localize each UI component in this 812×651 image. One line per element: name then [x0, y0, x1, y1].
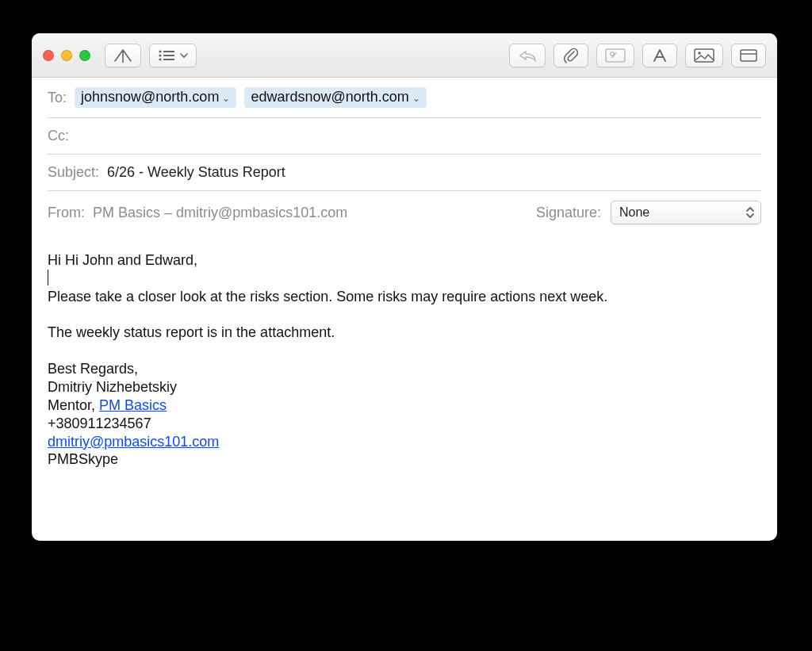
from-value: PM Basics – dmitriy@pmbasics101.com [93, 205, 347, 221]
text-cursor-line [48, 270, 761, 288]
send-icon [113, 48, 132, 63]
list-icon [158, 49, 177, 62]
svg-point-7 [611, 52, 614, 55]
svg-rect-1 [163, 51, 174, 52]
cc-row[interactable]: Cc: [48, 118, 761, 155]
format-text-icon [651, 48, 668, 63]
signature-role-line: Mentor, PM Basics [48, 396, 761, 415]
subject-label: Subject: [48, 164, 99, 181]
signature-regards: Best Regards, [48, 360, 761, 378]
to-row[interactable]: To: johnsnow@north.com ⌄ edwardsnow@nort… [48, 78, 761, 118]
markup-button[interactable] [596, 44, 634, 67]
chevron-down-icon: ⌄ [222, 93, 230, 104]
signature-select[interactable]: None [611, 201, 761, 224]
svg-rect-8 [695, 49, 714, 62]
media-browser-icon [694, 48, 714, 63]
subject-row[interactable]: Subject: 6/26 - Weekly Status Report [48, 155, 761, 191]
header-fields: To: johnsnow@north.com ⌄ edwardsnow@nort… [32, 78, 777, 237]
recipient-chip[interactable]: johnsnow@north.com ⌄ [75, 87, 236, 108]
reply-button[interactable] [509, 44, 546, 67]
to-label: To: [48, 90, 67, 106]
signature-name: Dmitriy Nizhebetskiy [48, 378, 761, 396]
chevron-down-icon [180, 52, 188, 59]
svg-rect-5 [163, 59, 174, 60]
svg-point-0 [159, 50, 161, 52]
stepper-icon [745, 205, 756, 220]
from-row: From: PM Basics – dmitriy@pmbasics101.co… [48, 191, 761, 237]
recipient-chip[interactable]: edwardsnow@north.com ⌄ [244, 87, 426, 108]
blank-line [48, 342, 761, 360]
header-fields-button[interactable] [149, 44, 197, 67]
from-label: From: [48, 205, 85, 221]
svg-rect-10 [741, 50, 756, 61]
cc-label: Cc: [48, 128, 69, 144]
signature-skype: PMBSkype [48, 450, 761, 469]
message-body[interactable]: Hi Hi John and Edward, Please take a clo… [32, 237, 777, 541]
signature-label: Signature: [536, 205, 601, 221]
signature-email-link[interactable]: dmitriy@pmbasics101.com [48, 434, 219, 450]
svg-rect-6 [606, 49, 625, 62]
svg-point-2 [159, 54, 161, 56]
send-button[interactable] [105, 44, 141, 67]
recipient-email: edwardsnow@north.com [251, 89, 408, 105]
signature-value: None [619, 205, 649, 220]
attach-button[interactable] [553, 44, 588, 67]
paperclip-icon [564, 48, 578, 63]
signature-email-line: dmitriy@pmbasics101.com [48, 433, 761, 451]
media-browser-button[interactable] [685, 44, 723, 67]
format-button[interactable] [642, 44, 677, 67]
signature-phone: +380911234567 [48, 415, 761, 433]
svg-rect-3 [163, 55, 174, 56]
body-line: Please take a closer look at the risks s… [48, 288, 761, 306]
body-line: The weekly status report is in the attac… [48, 324, 761, 342]
close-window-button[interactable] [43, 50, 54, 61]
traffic-lights [43, 50, 90, 61]
toggle-fields-icon [740, 49, 757, 62]
toggle-sidebar-button[interactable] [731, 44, 766, 67]
svg-point-9 [698, 52, 701, 55]
blank-line [48, 306, 761, 324]
minimize-window-button[interactable] [61, 50, 72, 61]
recipient-email: johnsnow@north.com [81, 89, 219, 105]
inline-image-icon [605, 48, 626, 63]
chevron-down-icon: ⌄ [412, 93, 420, 104]
text-cursor [48, 270, 48, 285]
signature-company-link[interactable]: PM Basics [99, 397, 167, 413]
signature-role-prefix: Mentor, [48, 397, 99, 413]
reply-icon [518, 49, 537, 62]
zoom-window-button[interactable] [79, 50, 90, 61]
body-line: Hi Hi John and Edward, [48, 251, 761, 270]
svg-point-4 [159, 58, 161, 60]
subject-value: 6/26 - Weekly Status Report [107, 164, 285, 181]
window-toolbar [32, 33, 777, 78]
signature-group: Signature: None [536, 201, 761, 224]
compose-window: To: johnsnow@north.com ⌄ edwardsnow@nort… [32, 33, 777, 541]
